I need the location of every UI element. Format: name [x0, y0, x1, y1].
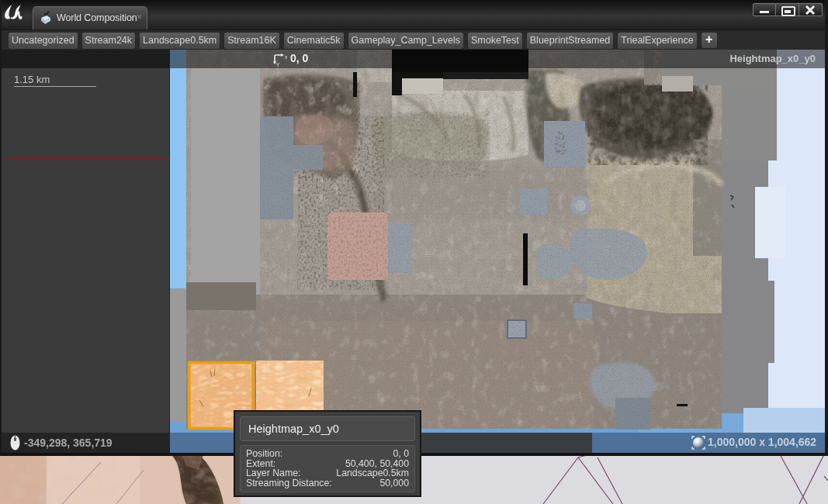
svg-text:Y: Y [276, 62, 280, 67]
svg-text:x: x [285, 54, 288, 60]
